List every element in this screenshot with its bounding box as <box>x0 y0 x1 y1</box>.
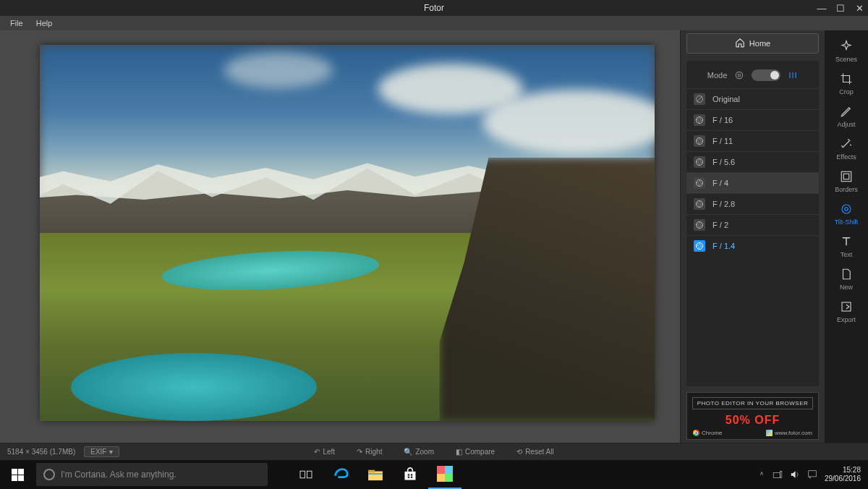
aperture-item[interactable]: F / 11 <box>686 130 819 151</box>
sidebar-scenes[interactable]: Scenes <box>825 35 867 66</box>
zoom-button[interactable]: 🔍Zoom <box>404 448 434 456</box>
bottombar-center: ↶Left ↷Right 🔍Zoom ◧Compare ⟲Reset All <box>314 448 553 456</box>
magic-icon <box>839 137 854 151</box>
tray-chevron-icon[interactable]: ＾ <box>758 469 765 480</box>
svg-rect-11 <box>841 171 851 182</box>
aperture-item[interactable]: F / 16 <box>686 109 819 130</box>
aperture-icon <box>694 156 705 168</box>
tool-sidebar: ScenesCropAdjustEffectsBordersTilt-Shift… <box>825 30 868 443</box>
rotate-left-button[interactable]: ↶Left <box>314 448 335 456</box>
compare-button[interactable]: ◧Compare <box>456 448 495 456</box>
close-button[interactable]: ✕ <box>854 2 865 14</box>
sidebar-label: Text <box>841 251 853 258</box>
svg-point-10 <box>697 243 703 250</box>
promo-box[interactable]: PHOTO EDITOR IN YOUR BROWSER 50% OFF Chr… <box>686 392 819 440</box>
store-app-icon[interactable] <box>393 460 427 489</box>
radial-mode-icon[interactable] <box>734 70 744 80</box>
aperture-icon <box>694 219 705 231</box>
aperture-label: F / 16 <box>712 116 733 124</box>
reset-button[interactable]: ⟲Reset All <box>516 448 553 456</box>
mode-row: Mode <box>686 65 819 88</box>
minimize-button[interactable]: — <box>816 2 827 14</box>
image-canvas[interactable] <box>40 45 655 421</box>
aperture-item[interactable]: F / 1.4 <box>686 235 819 256</box>
rotate-right-icon: ↷ <box>357 448 362 456</box>
compare-icon: ◧ <box>456 448 462 456</box>
tray-network-icon[interactable] <box>773 469 783 480</box>
svg-rect-32 <box>809 471 817 477</box>
taskbar-apps <box>289 460 461 489</box>
text-icon <box>839 234 854 249</box>
windows-logo-icon <box>12 469 24 481</box>
tray-clock[interactable]: 15:28 29/06/2016 <box>825 466 861 483</box>
sidebar-label: New <box>840 284 853 291</box>
chrome-icon <box>693 430 699 436</box>
aperture-item[interactable]: Original <box>686 88 819 109</box>
menu-help[interactable]: Help <box>36 19 53 27</box>
crop-icon <box>839 72 854 86</box>
aperture-item[interactable]: F / 4 <box>686 172 819 193</box>
rotate-left-icon: ↶ <box>314 448 320 456</box>
svg-rect-28 <box>437 474 445 482</box>
tray-time: 15:28 <box>825 466 861 475</box>
home-icon <box>735 38 745 49</box>
start-button[interactable] <box>0 460 35 489</box>
svg-rect-18 <box>368 472 383 481</box>
aperture-list: OriginalF / 16F / 11F / 5.6F / 4F / 2.8F… <box>686 88 819 256</box>
tiltshift-panel: Mode OriginalF / 16F / 11F / 5.6F / 4F /… <box>686 61 819 386</box>
aperture-item[interactable]: F / 2 <box>686 214 819 235</box>
sidebar-borders[interactable]: Borders <box>825 165 867 196</box>
maximize-button[interactable]: ☐ <box>835 2 846 14</box>
bottom-toolbar: 5184 × 3456 (1.7MB) EXIF ▾ ↶Left ↷Right … <box>0 443 868 460</box>
mode-toggle[interactable] <box>752 69 780 81</box>
sidebar-label: Scenes <box>835 56 857 63</box>
sidebar-tiltshift[interactable]: Tilt-Shift <box>825 197 867 229</box>
svg-point-14 <box>845 208 848 211</box>
sidebar-crop[interactable]: Crop <box>825 67 867 98</box>
tray-volume-icon[interactable] <box>790 469 800 480</box>
svg-point-8 <box>697 201 703 208</box>
svg-point-0 <box>736 72 743 78</box>
cortana-icon <box>43 469 55 480</box>
aperture-icon <box>694 135 705 147</box>
svg-rect-26 <box>437 466 445 474</box>
aperture-label: F / 5.6 <box>712 158 735 166</box>
svg-point-4 <box>697 117 703 124</box>
tray-notifications-icon[interactable] <box>807 469 817 480</box>
right-panel: Home Mode OriginalF / 16F / 11F / 5.6F /… <box>680 30 825 443</box>
image-lake <box>71 353 317 421</box>
reset-icon: ⟲ <box>516 448 522 456</box>
aperture-label: F / 1.4 <box>712 242 735 250</box>
home-label: Home <box>749 39 770 48</box>
aperture-label: Original <box>712 95 740 103</box>
promo-links: Chrome www.fotor.com <box>690 430 815 436</box>
fotor-app-icon[interactable] <box>428 460 461 489</box>
aperture-icon <box>694 198 705 210</box>
sidebar-adjust[interactable]: Adjust <box>825 100 867 131</box>
aperture-label: F / 2 <box>712 221 728 229</box>
sidebar-text[interactable]: Text <box>825 230 867 261</box>
sidebar-export[interactable]: Export <box>825 295 867 326</box>
sparkle-icon <box>839 39 854 54</box>
aperture-item[interactable]: F / 2.8 <box>686 193 819 214</box>
cortana-search[interactable]: I'm Cortana. Ask me anything. <box>36 463 268 486</box>
aperture-item[interactable]: F / 5.6 <box>686 151 819 172</box>
menu-file[interactable]: File <box>10 19 23 27</box>
app-window: Fotor — ☐ ✕ File Help <box>0 0 868 460</box>
canvas-area <box>0 30 680 443</box>
rotate-right-button[interactable]: ↷Right <box>357 448 382 456</box>
sidebar-effects[interactable]: Effects <box>825 132 867 163</box>
task-view-button[interactable] <box>289 460 323 489</box>
aperture-icon <box>694 240 705 252</box>
linear-mode-icon[interactable] <box>788 70 798 80</box>
explorer-app-icon[interactable] <box>359 460 392 489</box>
svg-point-1 <box>739 74 741 77</box>
edge-app-icon[interactable] <box>324 460 357 489</box>
svg-rect-22 <box>408 474 410 476</box>
svg-rect-25 <box>411 477 413 479</box>
no-icon <box>694 93 705 105</box>
home-button[interactable]: Home <box>686 33 819 54</box>
sidebar-new[interactable]: New <box>825 263 867 294</box>
svg-rect-29 <box>445 474 453 482</box>
exif-button[interactable]: EXIF ▾ <box>84 446 119 457</box>
